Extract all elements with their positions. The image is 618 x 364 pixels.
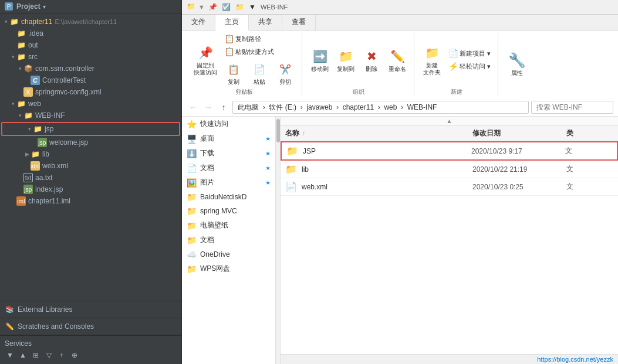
services-btn-1[interactable]: ▼ — [5, 350, 15, 360]
file-type-lib: 文 — [566, 164, 613, 174]
tree-item-src[interactable]: ▾ 📁 src — [0, 51, 181, 63]
rename-label: 重命名 — [389, 66, 406, 73]
ribbon-btn-paste-shortcut[interactable]: 📋 粘贴快捷方式 — [222, 46, 297, 57]
tab-home[interactable]: 主页 — [215, 15, 249, 30]
nav-scroll-thumb — [276, 119, 280, 142]
nav-docs[interactable]: 📄 文档 ★ — [182, 161, 275, 175]
services-btn-5[interactable]: + — [56, 350, 67, 360]
ribbon-btn-paste[interactable]: 📄 粘贴 — [248, 59, 271, 87]
col-name-label: 名称 — [285, 129, 299, 137]
right-panel: 📁 ▼ 📌 ☑️ 📁 ▼ WEB-INF 文件 主页 共享 查看 📌 固定到快速… — [182, 0, 618, 364]
nav-scroll[interactable] — [276, 117, 281, 364]
ribbon-btn-delete[interactable]: ✖ 删除 — [360, 46, 383, 74]
file-row-lib[interactable]: 📁 lib 2020/10/22 21:19 文 — [281, 161, 618, 178]
address-input[interactable] — [232, 101, 529, 114]
file-row-jsp[interactable]: 📁 JSP 2020/10/23 9:17 文 — [281, 141, 618, 161]
tab-share[interactable]: 共享 — [249, 15, 282, 30]
ribbon-btn-newfolder[interactable]: 📁 新建文件夹 — [420, 42, 444, 77]
services-btn-2[interactable]: ▲ — [18, 350, 28, 360]
col-name-header[interactable]: 名称 ↑ — [285, 128, 472, 138]
tree-item-iml[interactable]: iml chapter11.iml — [0, 195, 181, 207]
col-type-header[interactable]: 类 — [566, 128, 613, 138]
file-date-lib: 2020/10/22 21:19 — [472, 165, 566, 174]
file-date-webxml: 2020/10/23 0:25 — [472, 183, 566, 191]
services-btn-6[interactable]: ⊕ — [69, 350, 80, 360]
label-jsp: jsp — [45, 125, 53, 133]
title-bar-divider: ▼ — [198, 4, 208, 11]
tree-item-webxml[interactable]: xml web.xml — [0, 160, 181, 172]
nav-pictures-label: 图片 — [200, 178, 214, 188]
props-label: 属性 — [511, 70, 523, 77]
tree-item-welcome[interactable]: jsp welcome.jsp — [0, 137, 181, 148]
forward-button[interactable]: → — [202, 101, 215, 114]
folder-icon-idea: 📁 — [16, 29, 26, 38]
tree-item-controllertest[interactable]: C ControllerTest — [0, 74, 181, 86]
col-date-header[interactable]: 修改日期 — [472, 128, 566, 138]
ribbon-group-new: 📁 新建文件夹 📄 新建项目 ▾ ⚡ 轻松访问 ▾ 新建 — [416, 33, 498, 96]
scratches-item[interactable]: ✏️ Scratches and Consoles — [0, 318, 181, 335]
tree-item-web[interactable]: ▾ 📁 web — [0, 98, 181, 110]
external-libraries-item[interactable]: 📚 External Libraries — [0, 301, 181, 318]
nav-onedrive[interactable]: ☁️ OneDrive — [182, 247, 275, 261]
ribbon-btn-copy-path[interactable]: 📋 复制路径 — [222, 33, 297, 45]
tb-arrow: ▼ — [249, 3, 256, 11]
ribbon-btn-cut[interactable]: ✂️ 剪切 — [273, 59, 297, 87]
pin-btn-icon: 📌 — [196, 43, 215, 62]
nav-springmvc-label: spring MVC — [200, 207, 237, 215]
tree-item-jsp[interactable]: ▾ 📁 jsp — [2, 123, 179, 135]
file-type-webxml: 文 — [566, 182, 613, 192]
docs-icon: 📄 — [187, 164, 197, 173]
services-btn-4[interactable]: ▽ — [43, 350, 54, 360]
ribbon-btn-moveto[interactable]: ➡️ 移动到 — [308, 46, 332, 74]
scratches-label: Scratches and Consoles — [18, 322, 94, 331]
tree-item-aatxt[interactable]: txt aa.txt — [0, 172, 181, 183]
search-input[interactable] — [531, 101, 613, 114]
nav-download[interactable]: ⬇️ 下载 ★ — [182, 146, 275, 161]
nav-wallpaper[interactable]: 📁 电脑壁纸 — [182, 218, 275, 233]
tab-view[interactable]: 查看 — [282, 15, 316, 30]
pictures-pin: ★ — [265, 179, 271, 186]
new-group-label: 新建 — [451, 88, 462, 96]
file-type-jsp: 文 — [565, 146, 612, 156]
file-row-webxml[interactable]: 📄 web.xml 2020/10/23 0:25 文 — [281, 178, 618, 196]
services-btn-3[interactable]: ⊞ — [31, 350, 41, 360]
cut-icon: ✂️ — [276, 60, 295, 79]
tree-item-comssm[interactable]: ▾ 📦 com.ssm.controller — [0, 63, 181, 74]
baidu-icon: 📁 — [187, 192, 197, 202]
external-libraries-icon: 📚 — [5, 305, 14, 314]
nav-baidu[interactable]: 📁 BaiduNetdiskD — [182, 190, 275, 204]
ribbon-btn-copy[interactable]: 📋 复制 — [222, 59, 245, 87]
nav-desktop[interactable]: 🖥️ 桌面 ★ — [182, 131, 275, 146]
nav-wps[interactable]: 📁 WPS网盘 — [182, 261, 275, 276]
download-icon: ⬇️ — [187, 149, 197, 158]
tree-item-out[interactable]: 📁 out — [0, 39, 181, 51]
ribbon-btn-copyto[interactable]: 📁 复制到 — [334, 46, 357, 74]
back-button[interactable]: ← — [187, 101, 200, 114]
services-label: Services — [5, 339, 177, 348]
nav-quick-access[interactable]: ⭐ 快速访问 — [182, 117, 275, 131]
nav-pictures[interactable]: 🖼️ 图片 ★ — [182, 175, 275, 190]
nav-docs2[interactable]: 📁 文档 — [182, 233, 275, 247]
up-button[interactable]: ↑ — [217, 101, 230, 114]
tab-file[interactable]: 文件 — [182, 15, 215, 30]
ribbon-btn-rename[interactable]: ✏️ 重命名 — [386, 46, 409, 74]
expand-chapter11[interactable]: ▾ — [2, 19, 9, 25]
tree-item-springmvc[interactable]: X springmvc-config.xml — [0, 86, 181, 98]
folder-icon-web: 📁 — [16, 99, 26, 108]
tree-item-idea[interactable]: 📁 .idea — [0, 28, 181, 39]
ribbon-btn-props[interactable]: 🔧 属性 — [505, 50, 529, 78]
ribbon-btn-easyaccess[interactable]: ⚡ 轻松访问 ▾ — [446, 60, 493, 72]
file-name-jsp: JSP — [303, 147, 471, 155]
tree-item-lib[interactable]: ▶ 📁 lib — [0, 148, 181, 160]
tree-item-chapter11[interactable]: ▾ 📁 chapter11 E:\javaweb\chapter11 — [0, 16, 181, 28]
ribbon-btn-newitem[interactable]: 📄 新建项目 ▾ — [446, 47, 493, 59]
project-chevron[interactable]: ▾ — [43, 4, 46, 10]
jsp-icon-welcome: jsp — [38, 138, 47, 147]
nav-springmvc[interactable]: 📁 spring MVC — [182, 204, 275, 218]
tree-item-webinf[interactable]: ▾ 📁 WEB-INF — [0, 110, 181, 121]
ribbon-btn-pin[interactable]: 📌 固定到快速访问 — [191, 42, 219, 77]
docs-pin: ★ — [265, 165, 271, 171]
moveto-label: 移动到 — [311, 66, 329, 73]
pin-icon: 📌 — [208, 3, 217, 11]
tree-item-indexjsp[interactable]: jsp index.jsp — [0, 183, 181, 195]
